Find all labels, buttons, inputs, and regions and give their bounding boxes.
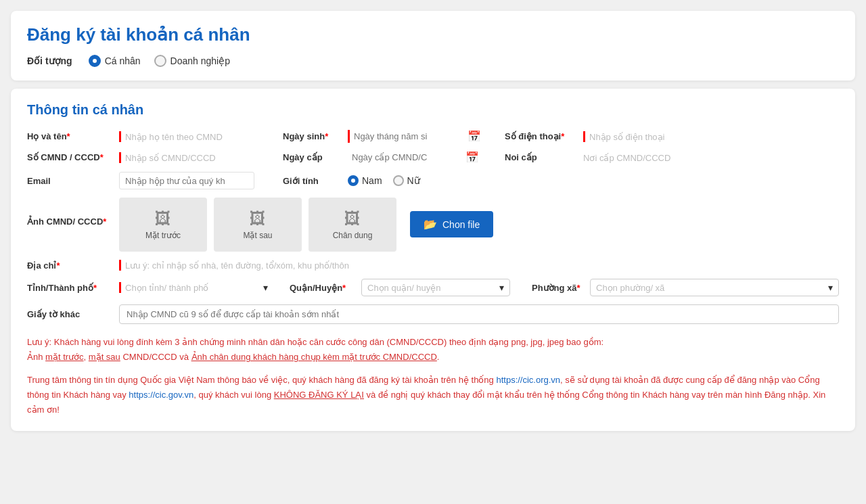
phuong-xa-chevron: ▾ <box>828 282 833 293</box>
ngay-cap-calendar-icon[interactable]: 📅 <box>465 151 479 164</box>
folder-icon: 📂 <box>424 218 437 231</box>
input-so-cmnd[interactable] <box>125 153 254 163</box>
ngay-sinh-calendar-icon[interactable]: 📅 <box>468 130 481 143</box>
tinh-tp-chevron: ▾ <box>263 282 268 293</box>
label-mat-truoc: Mặt trước <box>145 231 181 240</box>
label-tinh-tp: Tỉnh/Thành phố* <box>27 283 115 293</box>
label-dia-chi: Địa chỉ* <box>27 260 115 271</box>
input-so-dien-thoai[interactable] <box>589 132 839 142</box>
radio-label-ca-nhan: Cá nhân <box>105 55 141 66</box>
radio-label-doanh-nghiep: Doanh nghiệp <box>170 55 230 66</box>
label-noi-cap: Noi cấp <box>505 152 579 162</box>
link-cic-gov[interactable]: https://cic.gov.vn <box>129 390 193 400</box>
header-card: Đăng ký tài khoản cá nhân Đối tượng Cá n… <box>11 11 855 81</box>
input-so-cmnd-wrapper <box>119 152 254 163</box>
label-chan-dung: Chân dung <box>333 231 373 240</box>
row-anh-cmnd: Ảnh CMND/ CCCD* 🖼 Mặt trước 🖼 Mặt sau 🖼 … <box>27 198 839 252</box>
row-3: Email Giới tính Nam Nữ <box>27 172 839 189</box>
select-tinh-tp-wrapper: Chọn tỉnh/ thành phố ▾ <box>119 282 268 293</box>
input-ngay-cap[interactable] <box>352 152 465 162</box>
input-noi-cap[interactable] <box>583 153 839 163</box>
main-form-card: Thông tin cá nhân Họ và tên* Ngày sinh* … <box>11 89 855 431</box>
input-ngay-sinh-wrapper: 📅 <box>348 130 476 143</box>
info-text-3: , quý khách vui lòng <box>193 390 274 400</box>
gioi-tinh-group: Nam Nữ <box>348 175 420 186</box>
input-ho-va-ten-wrapper <box>119 131 254 142</box>
note-2-end: . <box>437 352 440 362</box>
label-gioi-tinh: Giới tính <box>283 176 344 186</box>
image-icon-mat-truoc: 🖼 <box>155 209 171 228</box>
input-email[interactable] <box>125 176 248 186</box>
select-quan-huyen-wrapper: Chọn quận/ huyện ▾ <box>361 279 510 296</box>
note-2-comma: , <box>84 352 89 362</box>
label-email: Email <box>27 176 115 186</box>
image-icon-chan-dung: 🖼 <box>344 209 361 228</box>
label-so-cmnd: Số CMND / CCCD* <box>27 152 115 162</box>
note-2-prefix: Ảnh <box>27 352 45 362</box>
label-nam: Nam <box>362 175 382 186</box>
input-so-dien-thoai-wrapper <box>583 131 839 142</box>
chon-file-button[interactable]: 📂 Chon file <box>410 211 493 237</box>
link-mat-sau[interactable]: mặt sau <box>89 352 120 362</box>
label-anh-cmnd: Ảnh CMND/ CCCD* <box>27 198 115 227</box>
row-giay-to: Giấy tờ khác <box>27 304 839 324</box>
select-phuong-xa-wrapper: Chọn phường/ xã ▾ <box>590 279 839 296</box>
label-ho-va-ten: Họ và tên* <box>27 131 115 141</box>
link-khong-dang-ky[interactable]: KHÔNG ĐĂNG KÝ LẠI <box>274 390 364 400</box>
input-giay-to[interactable] <box>119 304 839 324</box>
input-ngay-cap-wrapper: 📅 <box>348 151 476 164</box>
label-mat-sau: Mặt sau <box>243 231 272 240</box>
section-title: Thông tin cá nhân <box>27 102 839 118</box>
note-text-1: Lưu ý: Khách hàng vui lòng đính kèm 3 ản… <box>27 337 603 347</box>
radio-nam[interactable]: Nam <box>348 175 382 186</box>
info-text-1: Trung tâm thông tin tín dụng Quốc gia Vi… <box>27 375 496 385</box>
radio-ca-nhan[interactable]: Cá nhân <box>89 55 141 67</box>
input-dia-chi[interactable] <box>125 260 839 271</box>
chon-file-label: Chon file <box>442 219 480 230</box>
label-ngay-sinh: Ngày sinh* <box>283 131 344 141</box>
label-so-dien-thoai: Số điện thoại* <box>505 131 579 141</box>
label-phuong-xa: Phường xã* <box>532 283 586 293</box>
input-dia-chi-wrapper <box>119 260 839 271</box>
note-section: Lưu ý: Khách hàng vui lòng đính kèm 3 ản… <box>27 335 839 365</box>
input-noi-cap-wrapper <box>583 152 839 163</box>
label-giay-to: Giấy tờ khác <box>27 309 115 319</box>
note-2-mid: CMND/CCCD và <box>120 352 191 362</box>
input-ho-va-ten[interactable] <box>125 132 254 142</box>
link-mat-truoc[interactable]: mặt trước <box>45 352 84 362</box>
link-cic-org[interactable]: https://cic.org.vn <box>496 375 560 385</box>
quan-huyen-chevron: ▾ <box>499 282 504 293</box>
row-1: Họ và tên* Ngày sinh* 📅 Số điện thoại* <box>27 130 839 143</box>
doi-tuong-radio-group: Cá nhân Doanh nghiệp <box>89 55 230 67</box>
doi-tuong-row: Đối tượng Cá nhân Doanh nghiệp <box>27 55 839 67</box>
radio-circle-nam <box>348 175 359 186</box>
radio-circle-doanh-nghiep <box>154 55 166 67</box>
radio-nu[interactable]: Nữ <box>393 175 420 186</box>
row-location: Tỉnh/Thành phố* Chọn tỉnh/ thành phố ▾ Q… <box>27 279 839 296</box>
select-tinh-tp[interactable]: Chọn tỉnh/ thành phố <box>125 283 263 293</box>
label-quan-huyen: Quận/Huyện* <box>290 283 357 293</box>
page-title: Đăng ký tài khoản cá nhân <box>27 24 839 45</box>
label-ngay-cap: Ngày cấp <box>283 152 344 162</box>
select-phuong-xa[interactable]: Chọn phường/ xã <box>596 283 828 293</box>
radio-doanh-nghiep[interactable]: Doanh nghiệp <box>154 55 230 67</box>
image-icon-mat-sau: 🖼 <box>250 209 266 228</box>
row-dia-chi: Địa chỉ* <box>27 260 839 271</box>
row-2: Số CMND / CCCD* Ngày cấp 📅 Noi cấp <box>27 151 839 164</box>
radio-circle-nu <box>393 175 404 186</box>
upload-mat-truoc[interactable]: 🖼 Mặt trước <box>119 198 207 252</box>
info-section: Trung tâm thông tin tín dụng Quốc gia Vi… <box>27 373 839 417</box>
upload-boxes: 🖼 Mặt trước 🖼 Mặt sau 🖼 Chân dung <box>119 198 396 252</box>
input-email-wrapper <box>119 172 254 189</box>
label-nu: Nữ <box>407 175 420 186</box>
link-chan-dung[interactable]: Ảnh chân dung khách hàng chụp kèm mặt tr… <box>191 352 437 362</box>
input-ngay-sinh[interactable] <box>354 131 468 141</box>
upload-chan-dung[interactable]: 🖼 Chân dung <box>309 198 396 252</box>
upload-mat-sau[interactable]: 🖼 Mặt sau <box>214 198 302 252</box>
radio-circle-ca-nhan <box>89 55 101 67</box>
select-quan-huyen[interactable]: Chọn quận/ huyện <box>367 283 499 293</box>
doi-tuong-label: Đối tượng <box>27 55 72 66</box>
